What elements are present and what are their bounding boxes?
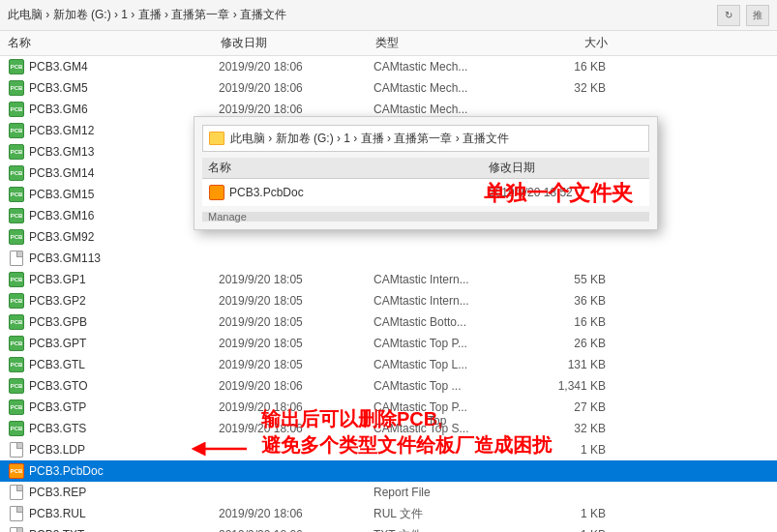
file-icon: PCB	[8, 399, 25, 415]
col-header-date[interactable]: 修改日期	[221, 35, 375, 51]
col-header-size[interactable]: 大小	[530, 35, 608, 51]
table-row[interactable]: PCBPCB3.GTO2019/9/20 18:06CAMtastic Top …	[0, 375, 777, 397]
file-name: PCB3.GM14	[29, 166, 219, 180]
file-date: 2019/9/20 18:05	[219, 337, 374, 350]
file-date: 2019/9/20 18:06	[219, 60, 374, 74]
file-size: 32 KB	[528, 81, 606, 95]
file-name: PCB3.GTP	[29, 400, 219, 414]
table-row[interactable]: PCBPCB3.GP12019/9/20 18:05CAMtastic Inte…	[0, 269, 777, 290]
file-size: 36 KB	[528, 294, 606, 308]
pcb-icon: PCB	[9, 80, 24, 96]
pcb-icon: PCB	[9, 144, 24, 160]
file-date: 2019/9/20 18:05	[219, 358, 374, 371]
column-headers: 名称 修改日期 类型 大小	[0, 31, 777, 56]
file-name: PCB3.GTL	[29, 358, 219, 371]
table-row[interactable]: PCBPCB3.GTL2019/9/20 18:05CAMtastic Top …	[0, 354, 777, 375]
file-type: TXT 文件	[374, 527, 528, 533]
table-row[interactable]: PCBPCB3.PcbDoc	[0, 460, 777, 482]
file-icon: PCB	[8, 314, 25, 330]
top-label: Top	[428, 414, 446, 428]
generic-icon	[10, 442, 23, 458]
generic-icon	[10, 251, 23, 266]
table-row[interactable]: PCB3.RUL2019/9/20 18:06RUL 文件1 KB	[0, 503, 777, 524]
popup-path: 此电脑 › 新加卷 (G:) › 1 › 直播 › 直播第一章 › 直播文件	[230, 131, 509, 147]
annotation-delete-pcb: 输出后可以删除PCB,	[261, 406, 443, 432]
overlay-popup: 此电脑 › 新加卷 (G:) › 1 › 直播 › 直播第一章 › 直播文件 名…	[194, 116, 658, 230]
file-icon	[8, 527, 25, 532]
file-type: CAMtastic Top ...	[374, 379, 528, 393]
file-size: 26 KB	[528, 337, 606, 350]
file-icon: PCB	[8, 102, 25, 117]
file-icon: PCB	[8, 421, 25, 436]
file-icon	[8, 506, 25, 521]
generic-icon	[10, 527, 23, 532]
table-row[interactable]: PCBPCB3.GP22019/9/20 18:05CAMtastic Inte…	[0, 290, 777, 311]
popup-col-headers: 名称 修改日期	[202, 158, 649, 179]
file-name: PCB3.GTS	[29, 422, 219, 435]
search-button[interactable]: 推	[746, 5, 769, 26]
table-row[interactable]: PCBPCB3.GM42019/9/20 18:06CAMtastic Mech…	[0, 56, 777, 77]
file-name: PCB3.GP1	[29, 273, 219, 286]
pcb-icon: PCB	[9, 165, 24, 181]
file-name: PCB3.GM113	[29, 251, 219, 265]
file-name: PCB3.REP	[29, 486, 219, 499]
file-name: PCB3.PcbDoc	[29, 464, 219, 478]
file-icon: PCB	[8, 208, 25, 223]
file-name: PCB3.GP2	[29, 294, 219, 308]
file-size: 27 KB	[528, 400, 606, 414]
file-date: 2019/9/20 18:06	[219, 507, 374, 520]
file-name: PCB3.TXT	[29, 528, 219, 532]
address-path: 此电脑 › 新加卷 (G:) › 1 › 直播 › 直播第一章 › 直播文件	[8, 7, 713, 23]
file-icon: PCB	[8, 165, 25, 181]
table-row[interactable]: PCB3.GM113	[0, 248, 777, 269]
pcb-icon: PCB	[9, 421, 24, 436]
pcbdoc-icon	[209, 185, 224, 200]
table-row[interactable]: PCB3.TXT2019/9/20 18:06TXT 文件1 KB	[0, 524, 777, 532]
file-icon: PCB	[8, 357, 25, 372]
file-name: PCB3.GM5	[29, 81, 219, 95]
pcb-icon: PCB	[9, 229, 24, 245]
pcb-icon: PCB	[9, 272, 24, 287]
file-date: 2019/9/20 18:05	[219, 315, 374, 329]
file-icon: PCB	[8, 272, 25, 287]
file-name: PCB3.GM15	[29, 188, 219, 201]
pcb-icon: PCB	[9, 102, 24, 117]
annotation-single-folder: 单独一个文件夹	[484, 179, 633, 208]
file-name: PCB3.GM4	[29, 60, 219, 74]
popup-manager-bar: Manage	[202, 212, 649, 222]
pcb-icon: PCB	[9, 314, 24, 330]
col-header-type[interactable]: 类型	[375, 35, 530, 51]
table-row[interactable]: PCB3.REPReport File	[0, 482, 777, 503]
file-icon: PCB	[8, 229, 25, 245]
file-icon: PCB	[8, 378, 25, 394]
file-date: 2019/9/20 18:06	[219, 528, 374, 532]
file-type: CAMtastic Top L...	[374, 358, 528, 371]
file-type: CAMtastic Top P...	[374, 337, 528, 350]
file-icon	[8, 251, 25, 266]
popup-col-name: 名称	[208, 160, 489, 176]
file-date: 2019/9/20 18:05	[219, 273, 374, 286]
table-row[interactable]: PCBPCB3.GPB2019/9/20 18:05CAMtastic Bott…	[0, 311, 777, 333]
file-type: CAMtastic Botto...	[374, 315, 528, 329]
table-row[interactable]: PCBPCB3.GPT2019/9/20 18:05CAMtastic Top …	[0, 333, 777, 354]
file-icon: PCB	[8, 123, 25, 138]
refresh-button[interactable]: ↻	[717, 5, 740, 26]
generic-icon	[10, 485, 23, 500]
table-row[interactable]: PCBPCB3.GM52019/9/20 18:06CAMtastic Mech…	[0, 77, 777, 99]
file-size: 16 KB	[528, 60, 606, 74]
file-size: 1 KB	[528, 507, 606, 520]
file-date: 2019/9/20 18:06	[219, 103, 374, 116]
file-date: 2019/9/20 18:06	[219, 379, 374, 393]
file-name: PCB3.GTO	[29, 379, 219, 393]
file-type: CAMtastic Intern...	[374, 294, 528, 308]
file-icon: PCB	[8, 59, 25, 74]
file-size: 131 KB	[528, 358, 606, 371]
col-header-name[interactable]: 名称	[8, 35, 221, 51]
annotation-avoid-confusion: 避免多个类型文件给板厂造成困扰	[261, 432, 552, 458]
file-name: PCB3.GM92	[29, 230, 219, 244]
pcb-icon: PCB	[9, 378, 24, 394]
address-bar-right: ↻ 推	[717, 5, 769, 26]
file-name: PCB3.GPT	[29, 337, 219, 350]
address-bar: 此电脑 › 新加卷 (G:) › 1 › 直播 › 直播第一章 › 直播文件 ↻…	[0, 0, 777, 31]
pcb-icon: PCB	[9, 399, 24, 415]
